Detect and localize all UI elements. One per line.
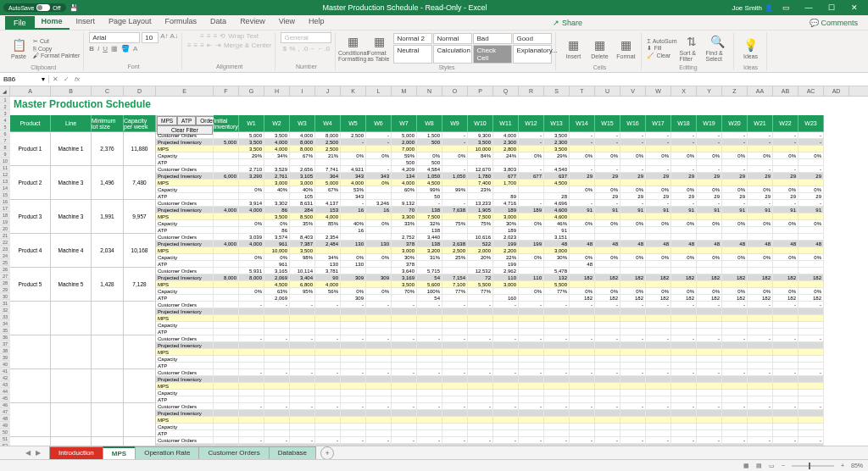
comma-icon[interactable]: , [298, 45, 299, 53]
sort-filter-button[interactable]: ⇅Sort & Filter [680, 32, 704, 64]
col-head-L[interactable]: L [366, 86, 392, 96]
font-name-select[interactable]: Arial [89, 32, 140, 43]
row-head-14[interactable]: 14 [0, 185, 10, 191]
cell[interactable]: Machine 3 [51, 200, 92, 234]
fill-button[interactable]: ⬇ Fill [647, 45, 676, 52]
filter-atp-button[interactable]: ATP [177, 116, 196, 125]
underline-button[interactable]: U [103, 45, 108, 53]
row-head-23[interactable]: 23 [0, 246, 10, 252]
style-calc[interactable]: Calculation [433, 45, 472, 64]
cell[interactable]: 11,880 [124, 132, 156, 166]
indent-inc-icon[interactable]: ⇥ [215, 42, 221, 49]
row-head-42[interactable]: 42 [0, 374, 10, 381]
col-head-P[interactable]: P [468, 86, 493, 96]
col-head-R[interactable]: R [519, 86, 544, 96]
row-head-50[interactable]: 50 [0, 429, 10, 435]
view-break-icon[interactable]: ▭ [769, 463, 775, 469]
col-head-AB[interactable]: AB [773, 86, 798, 96]
cell[interactable]: 2,034 [92, 234, 124, 268]
row-head-5[interactable]: 5 [0, 124, 10, 130]
col-head-V[interactable]: V [620, 86, 646, 96]
cell[interactable]: 1,496 [92, 166, 124, 200]
view-layout-icon[interactable]: ▤ [756, 463, 762, 469]
cell[interactable]: Product 1 [10, 132, 51, 166]
cell[interactable]: 7,480 [124, 166, 156, 200]
row-head-18[interactable]: 18 [0, 212, 10, 219]
row-head-46[interactable]: 46 [0, 402, 10, 408]
cell[interactable]: Machine 3 [51, 166, 92, 200]
align-left-icon[interactable]: ≡ [187, 42, 192, 49]
autosum-button[interactable]: Σ AutoSum [647, 38, 676, 44]
number-format-select[interactable]: General [281, 32, 331, 43]
align-mid-icon[interactable]: ≡ [207, 32, 211, 40]
sheet-tab-operation-rate[interactable]: Operation Rate [135, 446, 199, 459]
row-head-12[interactable]: 12 [0, 171, 10, 178]
row-head-19[interactable]: 19 [0, 219, 10, 225]
row-head-36[interactable]: 36 [0, 334, 10, 341]
col-head-G[interactable]: G [239, 86, 264, 96]
share-button[interactable]: ↗ Share [548, 16, 587, 30]
row-head-28[interactable]: 28 [0, 280, 10, 286]
style-good[interactable]: Good [513, 33, 552, 44]
col-head-J[interactable]: J [315, 86, 341, 96]
col-head-AC[interactable]: AC [798, 86, 824, 96]
col-head-D[interactable]: D [124, 86, 156, 96]
cut-button[interactable]: ✂ Cut [33, 38, 80, 45]
maximize-icon[interactable]: ☐ [821, 0, 842, 15]
col-head-T[interactable]: T [570, 86, 595, 96]
row-head-31[interactable]: 31 [0, 300, 10, 307]
row-head-30[interactable]: 30 [0, 293, 10, 300]
row-head-25[interactable]: 25 [0, 259, 10, 266]
align-right-icon[interactable]: ≡ [200, 42, 204, 49]
increase-font-icon[interactable]: A↑ [160, 32, 168, 43]
sheet-tab-mps[interactable]: MPS [103, 446, 136, 459]
row-head-24[interactable]: 24 [0, 252, 10, 259]
row-head-4[interactable]: 4 [0, 117, 10, 124]
row-head-7[interactable]: 7 [0, 137, 10, 144]
col-head-X[interactable]: X [671, 86, 697, 96]
comments-button[interactable]: 💬 Comments [804, 16, 863, 30]
col-head-Q[interactable]: Q [493, 86, 519, 96]
align-center-icon[interactable]: ≡ [194, 42, 198, 49]
wrap-text-button[interactable]: Wrap Text [228, 32, 259, 40]
minimize-icon[interactable]: — [798, 0, 819, 15]
save-icon[interactable]: 💾 [70, 4, 78, 12]
row-head-21[interactable]: 21 [0, 232, 10, 239]
row-head-22[interactable]: 22 [0, 239, 10, 246]
row-head-43[interactable]: 43 [0, 381, 10, 388]
row-head-16[interactable]: 16 [0, 198, 10, 205]
row-head-35[interactable]: 35 [0, 327, 10, 334]
sheet-tab-introduction[interactable]: Introduction [49, 446, 103, 459]
style-neutral[interactable]: Neutral [393, 45, 432, 64]
file-tab[interactable]: File [5, 16, 35, 30]
row-head-32[interactable]: 32 [0, 307, 10, 313]
cell[interactable]: Machine 5 [51, 268, 92, 302]
add-sheet-button[interactable]: + [320, 446, 334, 460]
zoom-in-icon[interactable]: + [841, 463, 844, 468]
cancel-icon[interactable]: ✕ [53, 75, 58, 83]
merge-button[interactable]: Merge & Center [224, 42, 271, 49]
ribbon-tab-view[interactable]: View [272, 14, 302, 30]
currency-icon[interactable]: $ [283, 45, 287, 53]
bold-button[interactable]: B [89, 45, 94, 53]
align-top-icon[interactable]: ≡ [200, 32, 204, 40]
col-head-A[interactable]: A [10, 86, 51, 96]
col-head-U[interactable]: U [595, 86, 620, 96]
row-head-37[interactable]: 37 [0, 341, 10, 347]
cell[interactable]: Product 2 [10, 166, 51, 200]
ribbon-tab-data[interactable]: Data [203, 14, 233, 30]
row-head-51[interactable]: 51 [0, 435, 10, 442]
row-head-11[interactable]: 11 [0, 164, 10, 171]
clear-button[interactable]: 🧹 Clear [647, 53, 676, 59]
name-box[interactable]: B86▾ [0, 75, 49, 83]
cell[interactable]: 1,991 [92, 200, 124, 234]
cell[interactable]: 9,957 [124, 200, 156, 234]
font-size-select[interactable]: 10 [142, 32, 159, 43]
border-icon[interactable]: ▦ [111, 45, 118, 53]
sheet-tab-database[interactable]: Database [269, 446, 316, 459]
ribbon-tab-home[interactable]: Home [35, 14, 70, 30]
style-normal2[interactable]: Normal 2 [393, 33, 432, 44]
decrease-font-icon[interactable]: A↓ [170, 32, 178, 43]
dec-decimal-icon[interactable]: ←.0 [317, 45, 330, 53]
row-head-17[interactable]: 17 [0, 205, 10, 212]
